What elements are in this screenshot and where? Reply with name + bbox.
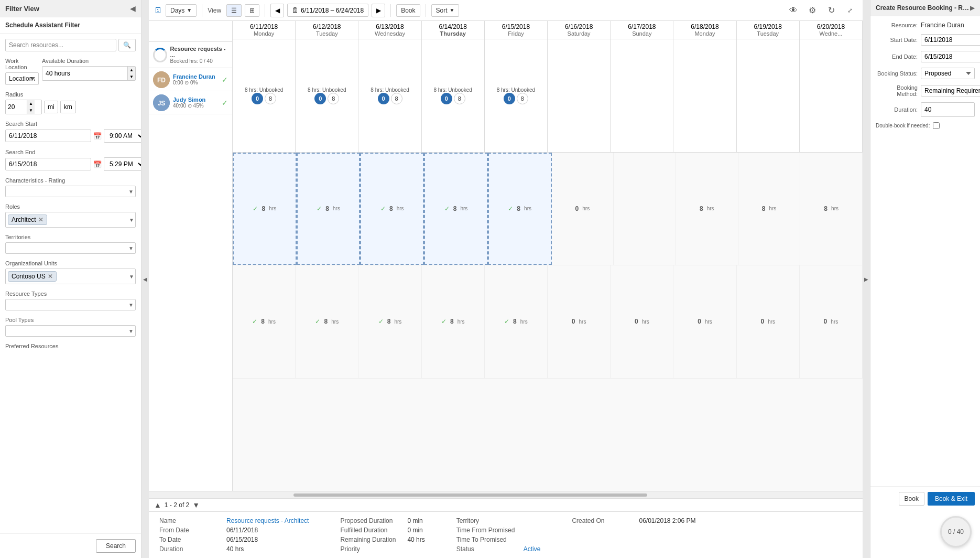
search-end-date[interactable]: 6/15/2018 xyxy=(5,158,91,170)
prev-btn[interactable]: ◀ xyxy=(270,4,284,17)
judy-cell-4[interactable]: ✓ 8 hrs xyxy=(485,265,548,378)
resource-row-judy[interactable]: JS Judy Simon 40:00 ⊙ 45% ✓ xyxy=(149,91,232,114)
col-day-4: Friday xyxy=(487,30,545,37)
sort-btn[interactable]: Sort ▼ xyxy=(431,4,460,17)
days-btn[interactable]: Days ▼ xyxy=(166,4,197,17)
status-link[interactable]: Active xyxy=(524,545,541,553)
search-start-calendar-icon[interactable]: 📅 xyxy=(93,132,102,140)
grid-view-btn[interactable]: ⊞ xyxy=(245,4,259,17)
req-cell-0: 8 hrs: Unbooked 0 8 xyxy=(233,39,296,152)
col-date-3: 6/14/2018 xyxy=(424,23,482,30)
next-btn[interactable]: ▶ xyxy=(372,4,385,17)
search-button[interactable]: Search xyxy=(96,539,136,553)
judy-cell-9[interactable]: 0 hrs xyxy=(800,265,863,378)
roles-input[interactable] xyxy=(48,215,129,224)
page-up-btn[interactable]: ▲ xyxy=(154,501,161,509)
resource-types-input[interactable] xyxy=(7,301,128,308)
available-duration-input[interactable] xyxy=(42,68,127,79)
right-collapse-handle[interactable]: ▶ xyxy=(863,0,870,558)
pool-types-dropdown-icon[interactable]: ▼ xyxy=(128,328,134,334)
priority-label: Priority xyxy=(340,545,403,553)
characteristics-dropdown-icon[interactable]: ▼ xyxy=(128,189,134,195)
right-panel-expand-btn[interactable]: ▶ xyxy=(970,4,975,12)
radius-down-btn[interactable]: ▼ xyxy=(27,107,35,114)
radius-km-btn[interactable]: km xyxy=(60,101,76,113)
scrollbar-thumb[interactable] xyxy=(293,493,647,497)
francine-cell-8[interactable]: 8 hrs xyxy=(738,153,801,265)
radius-up-btn[interactable]: ▲ xyxy=(27,100,35,107)
francine-cell-1[interactable]: ✓ 8 hrs xyxy=(297,153,361,265)
resource-form-label: Resource: xyxy=(876,22,918,28)
search-end-calendar-icon[interactable]: 📅 xyxy=(93,160,102,168)
search-start-date[interactable]: 6/11/2018 xyxy=(5,130,91,142)
left-collapse-handle[interactable]: ◀ xyxy=(141,0,149,558)
col-day-7: Monday xyxy=(676,30,734,37)
horizontal-scrollbar[interactable] xyxy=(149,491,863,498)
judy-cell-7[interactable]: 0 hrs xyxy=(673,265,736,378)
req-pills-0: 0 8 xyxy=(252,93,276,104)
page-down-btn[interactable]: ▼ xyxy=(192,501,200,509)
col-day-5: Saturday xyxy=(550,30,608,37)
territories-input[interactable] xyxy=(7,244,128,252)
duration-down-btn[interactable]: ▼ xyxy=(128,73,135,80)
judy-cell-6[interactable]: 0 hrs xyxy=(611,265,673,378)
eye-icon-btn[interactable]: 👁 xyxy=(786,3,801,18)
search-start-time[interactable]: 9:00 AM xyxy=(104,129,141,143)
judy-cell-0[interactable]: ✓ 8 hrs xyxy=(233,265,296,378)
judy-cell-5[interactable]: 0 hrs xyxy=(548,265,611,378)
book-exit-btn[interactable]: Book & Exit xyxy=(928,492,975,506)
expand-icon-btn[interactable]: ⤢ xyxy=(843,3,857,18)
francine-cell-4[interactable]: ✓ 8 hrs xyxy=(488,153,552,265)
gear-icon-btn[interactable]: ⚙ xyxy=(805,3,820,18)
list-view-btn[interactable]: ☰ xyxy=(226,4,242,17)
francine-cell-6[interactable] xyxy=(614,153,676,265)
date-range-btn[interactable]: 🗓 6/11/2018 – 6/24/2018 xyxy=(287,4,368,17)
francine-cell-7[interactable]: 8 hrs xyxy=(676,153,738,265)
refresh-icon-btn[interactable]: ↻ xyxy=(824,3,839,18)
collapse-filter-btn[interactable]: ◀ xyxy=(130,4,136,13)
search-resources-input[interactable] xyxy=(5,39,116,51)
col-date-6: 6/17/2018 xyxy=(613,23,671,30)
roles-dropdown-icon[interactable]: ▼ xyxy=(129,217,134,223)
start-date-input[interactable]: 6/11/2018 xyxy=(921,34,980,46)
search-end-time[interactable]: 5:29 PM xyxy=(104,157,141,171)
judy-cell-1[interactable]: ✓ 8 hrs xyxy=(296,265,358,378)
pagination-bar: ▲ 1 - 2 of 2 ▼ xyxy=(149,498,863,511)
francine-cell-2[interactable]: ✓ 8 hrs xyxy=(360,153,424,265)
org-units-contoso-remove-btn[interactable]: ✕ xyxy=(48,273,53,280)
booking-method-select[interactable]: Remaining Requirement Front Load Hours E… xyxy=(921,85,980,96)
pool-types-label: Pool Types xyxy=(5,317,136,323)
judy-cell-8[interactable]: 0 hrs xyxy=(737,265,800,378)
roles-architect-remove-btn[interactable]: ✕ xyxy=(38,216,43,223)
francine-cell-3[interactable]: ✓ 8 hrs xyxy=(424,153,488,265)
francine-cell-5[interactable]: 0 hrs xyxy=(552,153,614,265)
book-btn[interactable]: Book xyxy=(396,4,420,17)
double-book-checkbox[interactable] xyxy=(933,122,940,129)
book-btn[interactable]: Book xyxy=(899,492,924,506)
judy-cell-2[interactable]: ✓ 8 hrs xyxy=(358,265,421,378)
radius-mi-btn[interactable]: mi xyxy=(44,101,58,113)
name-link[interactable]: Resource requests - Architect xyxy=(226,517,309,524)
judy-cell-3[interactable]: ✓ 8 hrs xyxy=(422,265,485,378)
org-units-dropdown-icon[interactable]: ▼ xyxy=(129,274,134,280)
duration-input[interactable] xyxy=(921,104,975,115)
resource-types-dropdown-icon[interactable]: ▼ xyxy=(128,302,134,308)
francine-avatar: FD xyxy=(153,71,170,88)
pool-types-input[interactable] xyxy=(7,327,128,335)
work-location-select[interactable]: Location Agnostic xyxy=(5,72,39,85)
search-icon-btn[interactable]: 🔍 xyxy=(118,39,136,51)
double-book-form-row: Double-book if needed: xyxy=(876,122,975,129)
characteristics-input[interactable] xyxy=(7,188,128,195)
resource-col: Resource requests - ... Booked hrs: 0 / … xyxy=(149,21,233,491)
status-label: Status xyxy=(456,545,519,553)
end-date-input[interactable]: 6/15/2018 xyxy=(921,51,980,62)
col-header-2: 6/13/2018 Wednesday xyxy=(358,21,421,39)
francine-cell-9[interactable]: 8 hrs xyxy=(800,153,863,265)
duration-up-btn[interactable]: ▲ xyxy=(128,67,135,73)
territories-dropdown-icon[interactable]: ▼ xyxy=(128,245,134,251)
radius-input[interactable] xyxy=(6,101,27,113)
francine-cell-0[interactable]: ✓ 8 hrs xyxy=(233,153,297,265)
org-units-input[interactable] xyxy=(58,272,129,281)
resource-row-francine[interactable]: FD Francine Duran 0:00 ⊙ 0% ✓ xyxy=(149,68,232,91)
booking-status-select[interactable]: Proposed Committed xyxy=(921,68,975,79)
